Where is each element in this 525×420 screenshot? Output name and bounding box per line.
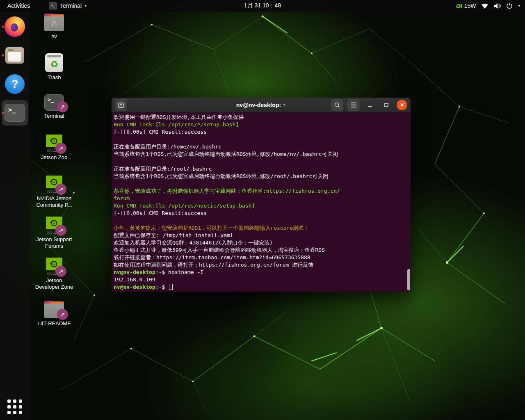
shortcut-arrow-badge: ↗	[55, 184, 66, 195]
hamburger-icon	[351, 103, 356, 107]
terminal-line	[114, 217, 409, 224]
terminal-line: Run CMD Task:[ls /opt/ros/noetic/setup.b…	[114, 202, 409, 210]
terminal-line: [-][0.00s] CMD Result:success	[114, 128, 409, 136]
terminal-line: 正在准备配置用户目录:/home/nv/.bashrc	[114, 143, 409, 151]
close-button[interactable]	[397, 100, 407, 110]
desktop-icon-label: nv	[51, 33, 57, 40]
trash-icon: ♻	[45, 53, 63, 72]
desktop-icon-l4t-readme[interactable]: ↗ L4T-README	[34, 299, 75, 327]
dock-item-files[interactable]	[0, 42, 30, 69]
minimize-icon	[368, 103, 372, 107]
search-button[interactable]	[331, 99, 343, 111]
terminal-cursor	[169, 284, 173, 290]
terminal-line: 192.168.0.109	[114, 276, 409, 283]
desktop-icon-nv[interactable]: ⌂ nv	[34, 12, 75, 40]
shortcut-arrow-badge: ↗	[55, 143, 66, 154]
terminal-line: 正在准备配置用户目录:/root/.bashrc	[114, 165, 409, 173]
dock-item-terminal[interactable]: >_	[0, 99, 30, 126]
terminal-line: 小鱼，黄黄的提示：您安装的是ROS1，可以打开一个新的终端输入roscore测试…	[114, 224, 409, 232]
desktop-icon-label: Jetson Developer Zone	[34, 277, 75, 290]
help-icon: ?	[5, 74, 25, 94]
desktop-icon-jetson-zoo[interactable]: NVIDIA ↗ Jetson Zoo	[34, 135, 75, 161]
terminal-text: 鱼香小铺正式开业，最低599可入手一台能建图会导航的移动机器人，淘宝搜店：鱼香R…	[114, 247, 325, 253]
terminal-line	[114, 158, 409, 165]
terminal-text: 欢迎使用一键配置ROS开发环境,本工具由作者小鱼提供	[114, 114, 244, 120]
terminal-line: 欢迎使用一键配置ROS开发环境,本工具由作者小鱼提供	[114, 114, 409, 121]
shortcut-arrow-badge: ↗	[57, 309, 68, 320]
desktop-icon-nvidia-jetson-community[interactable]: NVIDIA ↗ NVIDIA Jetson Community P...	[34, 176, 75, 208]
terminal-text: 恭喜你，安装成功了，再附赠你机器人学习宝藏网站：鱼香社区:https://fis…	[114, 188, 340, 194]
shortcut-arrow-badge: ↗	[55, 225, 66, 236]
nvidia-logo-icon	[455, 3, 463, 9]
terminal-text: 小鱼，黄黄的提示：您安装的是ROS1，可以打开一个新的终端输入roscore测试…	[114, 225, 309, 231]
chevron-down-icon: ▾	[84, 4, 87, 8]
terminal-text: 如在使用过程中遇到问题，请打开：https://fishros.org.cn/f…	[114, 262, 313, 268]
terminal-line: 或打开链接查看：https://item.taobao.com/item.htm…	[114, 254, 409, 261]
shortcut-arrow-badge: ↗	[57, 101, 68, 112]
scrollbar-thumb[interactable]	[407, 269, 410, 290]
terminal-line: 当前系统包含1个ROS,已为您完成启动终端自动激活ROS环境,修改/home/n…	[114, 151, 409, 158]
maximize-button[interactable]	[380, 99, 393, 111]
window-menu-button[interactable]	[347, 99, 360, 111]
show-applications-button[interactable]	[0, 399, 30, 414]
running-indicator	[2, 112, 4, 114]
terminal-line	[114, 136, 409, 143]
terminal-text: 欢迎加入机器人学习交流QQ群：438144612(入群口令：一键安装)	[114, 240, 273, 246]
dock-item-firefox[interactable]	[0, 13, 30, 40]
focused-app-menu[interactable]: >_ Terminal ▾	[49, 0, 86, 11]
terminal-line: 如在使用过程中遇到问题，请打开：https://fishros.org.cn/f…	[114, 261, 409, 269]
dock-item-help[interactable]: ?	[0, 71, 30, 98]
terminal-text: :	[155, 284, 159, 290]
running-indicator	[2, 55, 4, 57]
terminal-line: nv@nv-desktop:~$ hostname -I	[114, 269, 409, 276]
terminal-line: 恭喜你，安装成功了，再附赠你机器人学习宝藏网站：鱼香社区:https://fis…	[114, 187, 409, 195]
terminal-text: 或打开链接查看：https://item.taobao.com/item.htm…	[114, 254, 310, 260]
activities-button[interactable]: Activities	[0, 0, 37, 11]
terminal-line	[114, 180, 409, 187]
terminal-text: [-][0.00s] CMD Result:success	[114, 210, 207, 216]
terminal-text: 正在准备配置用户目录:/home/nv/.bashrc	[114, 144, 221, 150]
recycle-icon: ♻	[50, 59, 59, 69]
terminal-titlebar[interactable]: nv@nv-desktop: ~	[112, 98, 411, 112]
new-tab-button[interactable]	[115, 99, 127, 111]
running-indicator	[2, 26, 4, 28]
desktop-icon-label: L4T-README	[37, 320, 71, 327]
terminal-text: 当前系统包含1个ROS,已为您完成启动终端自动激活ROS环境,修改/root/.…	[114, 173, 328, 179]
desktop-icon-label: NVIDIA Jetson Community P...	[34, 195, 75, 208]
terminal-output: 欢迎使用一键配置ROS开发环境,本工具由作者小鱼提供Run CMD Task:[…	[114, 114, 409, 291]
terminal-text: $	[162, 284, 168, 290]
terminal-text: 当前系统包含1个ROS,已为您完成启动终端自动激活ROS环境,修改/home/n…	[114, 151, 338, 157]
desktop-icon-jetson-support-forums[interactable]: NVIDIA ↗ Jetson Support Forums	[34, 217, 75, 249]
desktop-icon-terminal[interactable]: >_ ↗ Terminal	[34, 94, 75, 119]
search-icon	[334, 102, 340, 108]
desktop-icon-label: Jetson Support Forums	[34, 236, 75, 249]
desktop-icon-jetson-developer-zone[interactable]: NVIDIA ↗ Jetson Developer Zone	[34, 258, 75, 290]
terminal-line: 鱼香小铺正式开业，最低599可入手一台能建图会导航的移动机器人，淘宝搜店：鱼香R…	[114, 247, 409, 254]
clock-text[interactable]: 1月 31 10：48	[244, 2, 281, 9]
terminal-text: 192.168.0.109	[114, 276, 155, 283]
volume-icon	[494, 3, 501, 9]
home-folder-icon: ⌂	[44, 16, 64, 31]
firefox-icon	[5, 16, 25, 37]
terminal-line: 欢迎加入机器人学习交流QQ群：438144612(入群口令：一键安装)	[114, 239, 409, 247]
terminal-content[interactable]: 欢迎使用一键配置ROS开发环境,本工具由作者小鱼提供Run CMD Task:[…	[112, 112, 411, 292]
terminal-line: [-][0.00s] CMD Result:success	[114, 210, 409, 217]
system-status-area[interactable]: 15W ▾	[455, 0, 525, 11]
close-icon	[400, 103, 404, 107]
maximize-icon	[384, 103, 389, 107]
terminal-text: nv@nv-desktop	[114, 284, 155, 290]
desktop-icon-trash[interactable]: ♻ Trash	[34, 53, 75, 81]
top-bar: Activities >_ Terminal ▾ 1月 31 10：48 15W	[0, 0, 525, 11]
minimize-button[interactable]	[364, 99, 376, 111]
terminal-line: 当前系统包含1个ROS,已为您完成启动终端自动激活ROS环境,修改/root/.…	[114, 173, 409, 180]
desktop-icon-label: Trash	[48, 74, 61, 81]
terminal-text: hostname -I	[168, 269, 203, 275]
power-icon	[506, 2, 513, 9]
desktop-icon-label: Terminal	[44, 113, 64, 119]
terminal-text: forum	[114, 195, 130, 201]
desktop-icon-label: Jetson Zoo	[41, 154, 67, 161]
terminal-icon: >_	[5, 104, 25, 122]
house-icon: ⌂	[51, 19, 57, 28]
terminal-text: Run CMD Task:[ls /opt/ros/*/setup.bash]	[114, 121, 239, 128]
terminal-line: nv@nv-desktop:~$	[114, 283, 409, 291]
